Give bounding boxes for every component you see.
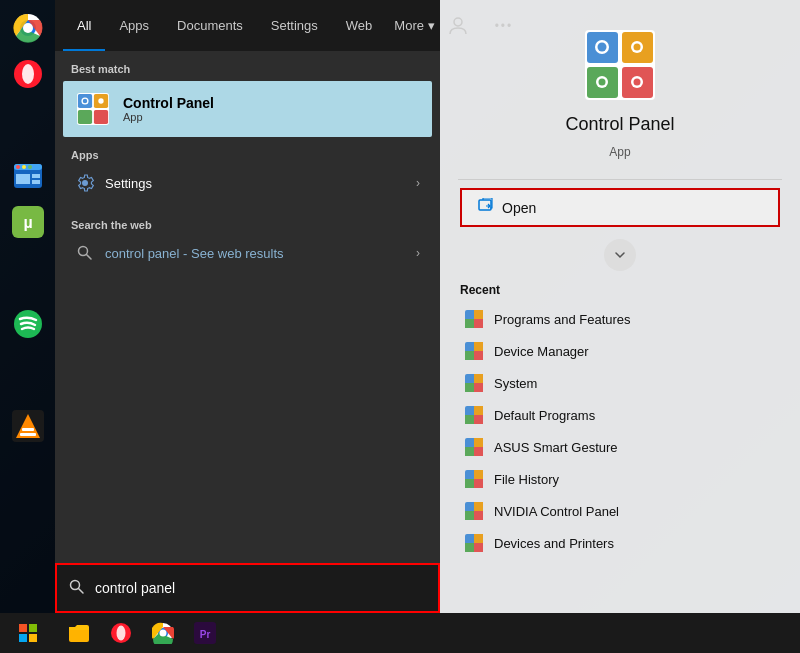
open-icon <box>478 198 494 217</box>
svg-rect-60 <box>474 374 483 383</box>
best-match-text: Control Panel App <box>123 95 214 123</box>
taskbar-chrome-bottom[interactable] <box>143 613 183 653</box>
recent-icon-0 <box>464 309 484 329</box>
see-web-results: - See web results <box>183 246 283 261</box>
svg-point-9 <box>28 165 32 169</box>
svg-rect-18 <box>22 428 34 431</box>
tab-all[interactable]: All <box>63 0 105 51</box>
taskbar-left: µ <box>0 0 55 613</box>
taskbar-premiere[interactable]: Pr <box>185 613 225 653</box>
recent-icon-2 <box>464 373 484 393</box>
tab-settings[interactable]: Settings <box>257 0 332 51</box>
recent-item-text-1: Device Manager <box>494 344 589 359</box>
svg-point-24 <box>83 99 87 103</box>
app-detail-name: Control Panel <box>565 114 674 135</box>
recent-item-text-6: NVIDIA Control Panel <box>494 504 619 519</box>
recent-item[interactable]: System <box>460 367 780 399</box>
svg-rect-27 <box>78 110 92 124</box>
svg-point-92 <box>160 630 167 637</box>
svg-rect-78 <box>474 511 483 520</box>
svg-rect-12 <box>32 180 40 184</box>
svg-rect-74 <box>474 479 483 488</box>
app-detail-type: App <box>609 145 630 159</box>
taskbar-opera-icon[interactable] <box>8 54 48 94</box>
taskbar-browser-icon[interactable] <box>8 156 48 196</box>
svg-rect-64 <box>474 406 483 415</box>
svg-rect-73 <box>465 479 474 488</box>
recent-item[interactable]: File History <box>460 463 780 495</box>
search-query: control panel <box>105 246 179 261</box>
recent-item[interactable]: Programs and Features <box>460 303 780 335</box>
search-input[interactable] <box>95 580 426 596</box>
user-icon[interactable] <box>443 11 473 41</box>
recent-item-text-4: ASUS Smart Gesture <box>494 440 618 455</box>
taskbar-spotify-icon[interactable] <box>8 304 48 344</box>
left-panel: All Apps Documents Settings Web More ▾ •… <box>55 0 440 613</box>
svg-rect-66 <box>474 415 483 424</box>
more-options-icon[interactable]: ••• <box>489 11 519 41</box>
right-panel: Control Panel App Open <box>440 0 800 613</box>
svg-rect-52 <box>474 310 483 319</box>
tab-web[interactable]: Web <box>332 0 387 51</box>
search-web-item[interactable]: control panel - See web results › <box>71 235 424 271</box>
search-box-icon <box>69 579 85 598</box>
taskbar-file-explorer[interactable] <box>59 613 99 653</box>
svg-point-43 <box>634 44 641 51</box>
settings-app-item[interactable]: Settings › <box>71 165 424 201</box>
tab-apps[interactable]: Apps <box>105 0 163 51</box>
taskbar-opera-bottom[interactable] <box>101 613 141 653</box>
search-web-arrow: › <box>416 246 420 260</box>
start-button[interactable] <box>0 613 55 653</box>
apps-section-label: Apps <box>71 149 424 161</box>
svg-rect-65 <box>465 415 474 424</box>
recent-item-text-3: Default Programs <box>494 408 595 423</box>
recent-item-text-2: System <box>494 376 537 391</box>
tab-more[interactable]: More ▾ <box>386 0 443 51</box>
svg-rect-68 <box>474 438 483 447</box>
open-button[interactable]: Open <box>460 188 780 227</box>
tab-documents[interactable]: Documents <box>163 0 257 51</box>
search-web-text: control panel - See web results <box>105 246 406 261</box>
recent-item[interactable]: Devices and Printers <box>460 527 780 559</box>
taskbar-utorrent-icon[interactable]: µ <box>8 202 48 242</box>
open-button-label: Open <box>502 200 536 216</box>
svg-rect-11 <box>32 174 40 178</box>
svg-rect-85 <box>19 634 27 642</box>
recent-item[interactable]: NVIDIA Control Panel <box>460 495 780 527</box>
recent-item[interactable]: ASUS Smart Gesture <box>460 431 780 463</box>
expand-button[interactable] <box>604 239 636 271</box>
svg-rect-10 <box>16 174 30 184</box>
svg-rect-19 <box>20 433 36 436</box>
svg-rect-38 <box>600 56 604 61</box>
svg-rect-84 <box>29 624 37 632</box>
recent-icon-4 <box>464 437 484 457</box>
svg-point-8 <box>22 165 26 169</box>
svg-rect-77 <box>465 511 474 520</box>
svg-rect-58 <box>474 351 483 360</box>
best-match-label: Best match <box>55 51 440 81</box>
taskbar-vlc-icon[interactable] <box>8 406 48 446</box>
svg-point-26 <box>98 98 103 103</box>
svg-text:µ: µ <box>23 214 32 231</box>
recent-icon-7 <box>464 533 484 553</box>
best-match-subtitle: App <box>123 111 214 123</box>
svg-point-4 <box>22 64 34 84</box>
best-match-item[interactable]: Control Panel App <box>63 81 432 137</box>
recent-label: Recent <box>460 283 780 297</box>
svg-point-2 <box>23 23 33 33</box>
recent-item-text-0: Programs and Features <box>494 312 631 327</box>
recent-icon-6 <box>464 501 484 521</box>
recent-icon-5 <box>464 469 484 489</box>
svg-rect-81 <box>465 543 474 552</box>
recent-item[interactable]: Default Programs <box>460 399 780 431</box>
taskbar-chrome-icon[interactable] <box>8 8 48 48</box>
bottom-taskbar: Pr <box>0 613 800 653</box>
search-web-icon <box>75 243 95 263</box>
search-web-label: Search the web <box>71 219 424 231</box>
svg-point-7 <box>16 165 20 169</box>
search-web-section: Search the web control panel - See web r… <box>55 207 440 277</box>
svg-rect-69 <box>465 447 474 456</box>
recent-item[interactable]: Device Manager <box>460 335 780 367</box>
svg-rect-62 <box>474 383 483 392</box>
settings-icon <box>75 173 95 193</box>
